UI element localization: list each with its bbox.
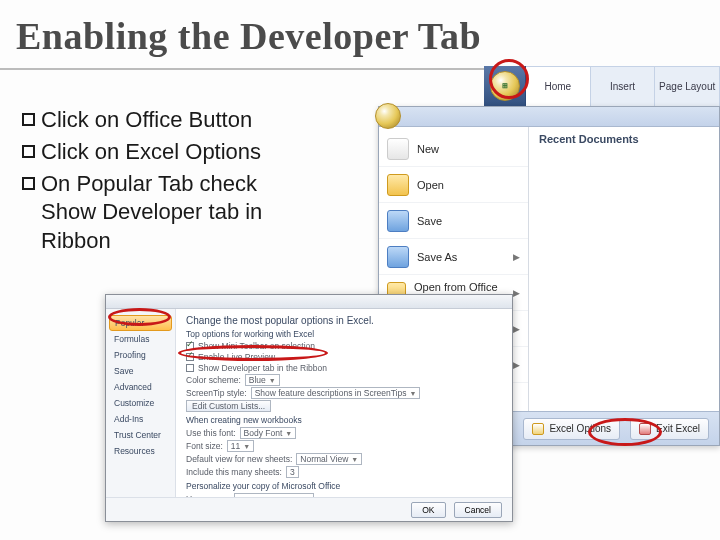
recent-header: Recent Documents: [539, 133, 709, 145]
category-addins[interactable]: Add-Ins: [106, 411, 175, 427]
menu-item-label: Open: [417, 179, 444, 191]
office-menu-recent: Recent Documents: [529, 127, 719, 411]
chevron-down-icon: ▼: [243, 443, 250, 450]
bullet-list: Click on Office Button Click on Excel Op…: [22, 106, 318, 259]
office-button-icon[interactable]: [375, 103, 401, 129]
option-fontsize: Font size: 11▼: [186, 440, 502, 452]
ribbon-tab-insert[interactable]: Insert: [591, 66, 656, 106]
category-proofing[interactable]: Proofing: [106, 347, 175, 363]
dialog-buttons: OK Cancel: [106, 497, 512, 521]
ok-button[interactable]: OK: [411, 502, 445, 518]
field-label: Font size:: [186, 441, 223, 451]
save-icon: [387, 210, 409, 232]
slide: Enabling the Developer Tab Click on Offi…: [0, 0, 720, 540]
option-edit-lists: Edit Custom Lists...: [186, 400, 502, 412]
font-select[interactable]: Body Font▼: [240, 427, 297, 439]
color-scheme-select[interactable]: Blue▼: [245, 374, 280, 386]
edit-custom-lists-button[interactable]: Edit Custom Lists...: [186, 400, 271, 412]
chevron-right-icon: ▶: [513, 252, 520, 262]
option-label: Show Developer tab in the Ribbon: [198, 363, 327, 373]
annotation-circle-developer-option: [178, 345, 328, 361]
bullet-item: Click on Excel Options: [22, 138, 318, 166]
ribbon-tab-home[interactable]: Home: [526, 66, 591, 106]
option-defaultview: Default view for new sheets: Normal View…: [186, 453, 502, 465]
chevron-right-icon: ▶: [513, 324, 520, 334]
chevron-down-icon: ▼: [285, 430, 292, 437]
dialog-body: Popular Formulas Proofing Save Advanced …: [106, 309, 512, 497]
select-value: Body Font: [244, 428, 283, 438]
ribbon-tab-pagelayout[interactable]: Page Layout: [655, 66, 720, 106]
dialog-titlebar: [106, 295, 512, 309]
category-trustcenter[interactable]: Trust Center: [106, 427, 175, 443]
option-sheetcount: Include this many sheets: 3: [186, 466, 502, 478]
excel-options-dialog: Popular Formulas Proofing Save Advanced …: [105, 294, 513, 522]
button-label: Exit Excel: [656, 423, 700, 434]
open-icon: [387, 174, 409, 196]
bullet-text: Click on Office Button: [41, 106, 318, 134]
save-as-icon: [387, 246, 409, 268]
sheetcount-stepper[interactable]: 3: [286, 466, 299, 478]
bullet-item: Click on Office Button: [22, 106, 318, 134]
select-value: Normal View: [300, 454, 348, 464]
annotation-circle-popular: [108, 308, 171, 326]
options-category-list: Popular Formulas Proofing Save Advanced …: [106, 309, 176, 497]
category-formulas[interactable]: Formulas: [106, 331, 175, 347]
bullet-text: Click on Excel Options: [41, 138, 318, 166]
menu-item-label: New: [417, 143, 439, 155]
bullet-text: On Popular Tab check Show Developer tab …: [41, 170, 318, 254]
options-content: Change the most popular options in Excel…: [176, 309, 512, 497]
category-advanced[interactable]: Advanced: [106, 379, 175, 395]
stepper-value: 3: [290, 467, 295, 477]
chevron-down-icon: ▼: [269, 377, 276, 384]
bullet-square-icon: [22, 177, 35, 190]
field-label: Use this font:: [186, 428, 236, 438]
section-new-workbooks: When creating new workbooks: [186, 415, 502, 425]
field-label: Default view for new sheets:: [186, 454, 292, 464]
category-resources[interactable]: Resources: [106, 443, 175, 459]
annotation-circle-office-button: [489, 59, 529, 99]
option-font: Use this font: Body Font▼: [186, 427, 502, 439]
category-save[interactable]: Save: [106, 363, 175, 379]
menu-item-new[interactable]: New: [379, 131, 528, 167]
new-icon: [387, 138, 409, 160]
defaultview-select[interactable]: Normal View▼: [296, 453, 362, 465]
options-heading: Change the most popular options in Excel…: [186, 315, 502, 326]
bullet-square-icon: [22, 145, 35, 158]
select-value: 11: [231, 441, 240, 451]
annotation-circle-excel-options: [588, 418, 662, 446]
section-personalize: Personalize your copy of Microsoft Offic…: [186, 481, 502, 491]
category-customize[interactable]: Customize: [106, 395, 175, 411]
chevron-right-icon: ▶: [513, 288, 520, 298]
cancel-button[interactable]: Cancel: [454, 502, 502, 518]
option-screentip: ScreenTip style: Show feature descriptio…: [186, 387, 502, 399]
menu-item-open[interactable]: Open: [379, 167, 528, 203]
option-color-scheme: Color scheme: Blue▼: [186, 374, 502, 386]
field-label: Color scheme:: [186, 375, 241, 385]
select-value: Show feature descriptions in ScreenTips: [255, 388, 407, 398]
fontsize-select[interactable]: 11▼: [227, 440, 254, 452]
field-label: ScreenTip style:: [186, 388, 247, 398]
field-label: Include this many sheets:: [186, 467, 282, 477]
bullet-item: On Popular Tab check Show Developer tab …: [22, 170, 318, 254]
options-icon: [532, 423, 544, 435]
option-show-developer[interactable]: Show Developer tab in the Ribbon: [186, 363, 502, 373]
chevron-right-icon: ▶: [513, 360, 520, 370]
section-top-options: Top options for working with Excel: [186, 329, 502, 339]
menu-item-label: Save: [417, 215, 442, 227]
checkbox-icon[interactable]: [186, 364, 194, 372]
bullet-square-icon: [22, 113, 35, 126]
menu-item-label: Save As: [417, 251, 457, 263]
menu-item-saveas[interactable]: Save As ▶: [379, 239, 528, 275]
chevron-down-icon: ▼: [351, 456, 358, 463]
slide-title: Enabling the Developer Tab: [16, 14, 481, 58]
office-menu-header: [379, 107, 719, 127]
select-value: Blue: [249, 375, 266, 385]
menu-item-save[interactable]: Save: [379, 203, 528, 239]
screentip-select[interactable]: Show feature descriptions in ScreenTips▼: [251, 387, 421, 399]
chevron-down-icon: ▼: [409, 390, 416, 397]
